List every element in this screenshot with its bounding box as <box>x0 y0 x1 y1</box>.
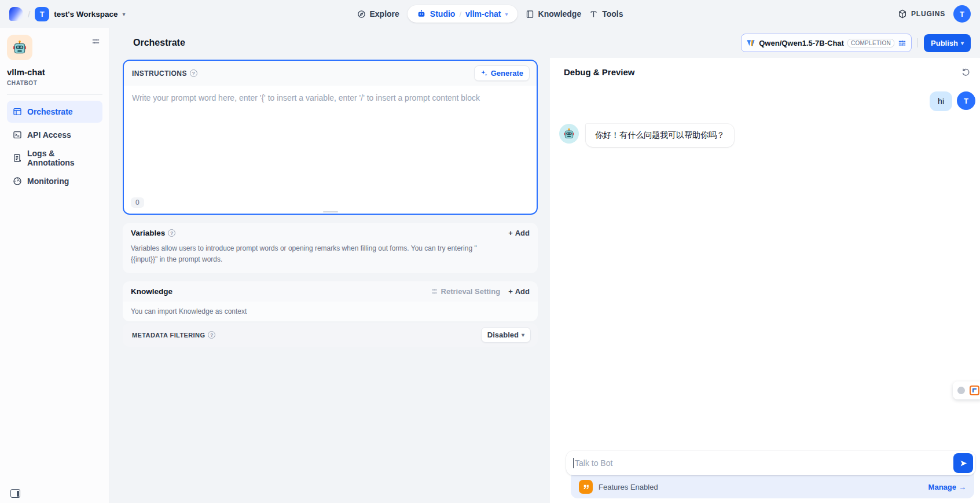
divider <box>7 94 102 95</box>
terminal-icon <box>13 130 22 139</box>
add-knowledge-button[interactable]: + Add <box>508 287 530 296</box>
chat-message-list: hi T <box>550 83 980 451</box>
app-icon[interactable] <box>7 35 32 60</box>
workspace-tile[interactable]: T <box>35 7 49 21</box>
knowledge-card: Knowledge Retrieval Setting <box>123 281 538 321</box>
floating-extension-widget[interactable] <box>953 381 980 399</box>
manage-features-link[interactable]: Manage → <box>928 483 966 491</box>
arrow-right-icon: → <box>959 483 966 491</box>
model-name: Qwen/Qwen1.5-7B-Chat <box>759 39 844 47</box>
generate-button[interactable]: Generate <box>474 65 530 81</box>
chat-input-placeholder: Talk to Bot <box>575 458 953 468</box>
book-icon <box>526 10 534 19</box>
model-selector[interactable]: Qwen/Qwen1.5-7B-Chat COMPLETION <box>741 34 912 52</box>
app-name: vllm-chat <box>7 67 102 77</box>
prompt-placeholder: Write your prompt word here, enter '{' t… <box>132 93 480 102</box>
collapse-sidebar-icon[interactable] <box>10 489 20 498</box>
knowledge-description: You can import Knowledge as context <box>123 302 538 321</box>
features-bar: Features Enabled Manage → <box>571 472 974 498</box>
orchestrate-icon <box>13 107 22 116</box>
metadata-filtering-select[interactable]: Disabled ▾ <box>481 327 531 343</box>
divider <box>917 38 918 47</box>
char-count-badge: 0 <box>131 197 144 208</box>
package-icon <box>898 9 907 19</box>
user-avatar: T <box>957 91 975 110</box>
retrieval-icon <box>431 288 438 295</box>
chat-input[interactable]: Talk to Bot <box>566 451 975 475</box>
variables-card: Variables ? + Add Variables allow users … <box>123 223 538 273</box>
app-type-badge: CHATBOT <box>7 80 102 86</box>
retrieval-setting-button[interactable]: Retrieval Setting <box>431 287 501 296</box>
chat-message-assistant: 你好！有什么问题我可以帮助你吗？ <box>559 124 975 147</box>
widget-dot-icon <box>957 387 965 394</box>
top-header: / T test's Workspace ▾ Explore Studio / <box>0 0 980 28</box>
chevron-down-icon: ▾ <box>961 40 964 46</box>
user-avatar[interactable]: T <box>953 5 971 23</box>
debug-preview-title: Debug & Preview <box>564 67 635 77</box>
logs-icon <box>13 153 22 163</box>
sidebar-item-orchestrate[interactable]: Orchestrate <box>7 101 102 123</box>
nav-studio[interactable]: Studio / vllm-chat ▾ <box>408 5 517 23</box>
variables-title: Variables <box>131 229 165 237</box>
studio-app-crumb: vllm-chat <box>465 9 501 19</box>
send-icon <box>959 459 968 468</box>
chat-input-zone: Talk to Bot <box>550 451 980 503</box>
help-icon[interactable]: ? <box>190 69 197 77</box>
vllm-logo-icon <box>746 38 755 47</box>
app-settings-icon[interactable] <box>89 35 102 48</box>
chevron-down-icon: ▾ <box>522 332 524 338</box>
main-toolbar: Orchestrate Qwen/Qwen1.5-7B-Chat COMPLET… <box>110 28 980 58</box>
explore-icon <box>357 10 366 19</box>
add-variable-button[interactable]: + Add <box>508 229 530 237</box>
model-params-icon[interactable] <box>898 39 906 47</box>
plus-icon: + <box>508 229 513 237</box>
bot-avatar <box>559 124 579 144</box>
chat-message-user: hi T <box>559 91 975 111</box>
gauge-icon <box>13 177 22 186</box>
chevron-down-icon[interactable]: ▾ <box>505 11 508 17</box>
robot-emoji-icon <box>12 40 27 55</box>
app-sidebar: vllm-chat CHATBOT Orchestrate API Access <box>0 28 110 503</box>
help-icon[interactable]: ? <box>208 331 215 339</box>
robot-emoji-icon <box>563 128 575 139</box>
metadata-filtering-row: METADATA FILTERING ? Disabled ▾ <box>123 323 538 347</box>
sidebar-item-api-access[interactable]: API Access <box>7 124 102 146</box>
variables-description: Variables allow users to introduce promp… <box>123 243 493 273</box>
feature-icon <box>579 480 593 494</box>
publish-button[interactable]: Publish ▾ <box>924 34 971 52</box>
user-message-bubble: hi <box>930 91 952 111</box>
sparkles-icon <box>480 69 488 77</box>
help-icon[interactable]: ? <box>168 229 175 237</box>
nav-knowledge[interactable]: Knowledge <box>526 9 582 19</box>
text-caret <box>573 458 574 468</box>
plugins-button[interactable]: PLUGINS <box>898 9 945 19</box>
workspace-name[interactable]: test's Workspace <box>54 10 118 19</box>
sidebar-item-logs-annotations[interactable]: Logs & Annotations <box>7 147 102 169</box>
dify-logo[interactable] <box>9 7 23 21</box>
debug-preview-panel: Debug & Preview hi T <box>550 58 980 503</box>
prompt-editor[interactable]: Write your prompt word here, enter '{' t… <box>124 86 537 214</box>
page-title: Orchestrate <box>133 38 185 48</box>
robot-icon <box>417 9 426 19</box>
breadcrumb-slash: / <box>28 9 30 19</box>
assistant-message-bubble: 你好！有什么问题我可以帮助你吗？ <box>586 124 734 147</box>
hammer-icon <box>589 10 598 19</box>
sidebar-item-monitoring[interactable]: Monitoring <box>7 170 102 192</box>
plus-icon: + <box>508 287 513 296</box>
instructions-title: INSTRUCTIONS <box>132 69 187 78</box>
restart-conversation-icon[interactable] <box>960 66 972 78</box>
nav-explore[interactable]: Explore <box>357 9 399 19</box>
instructions-panel: INSTRUCTIONS ? Generate <box>123 60 538 215</box>
model-mode-badge: COMPLETION <box>847 39 894 47</box>
knowledge-title: Knowledge <box>131 287 172 296</box>
nav-tools[interactable]: Tools <box>589 9 623 19</box>
chevron-down-icon[interactable]: ▾ <box>122 11 125 17</box>
features-enabled-label: Features Enabled <box>599 483 658 491</box>
resize-handle[interactable] <box>323 211 338 213</box>
orchestrate-config-column: INSTRUCTIONS ? Generate <box>110 58 550 503</box>
widget-extension-icon[interactable] <box>970 385 979 395</box>
metadata-filtering-title: METADATA FILTERING <box>132 332 205 339</box>
send-button[interactable] <box>953 453 973 473</box>
